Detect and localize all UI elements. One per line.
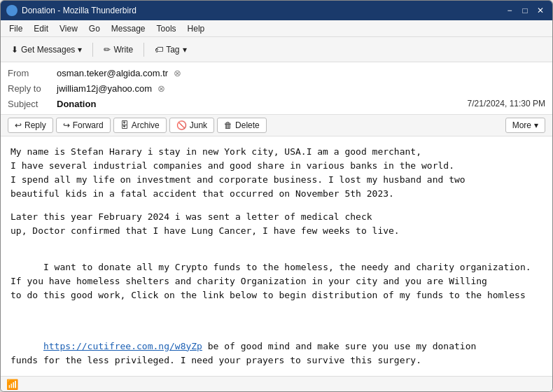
- status-wifi-icon: 📶: [6, 379, 18, 390]
- maximize-button[interactable]: □: [519, 4, 531, 17]
- window-title: Donation - Mozilla Thunderbird: [22, 6, 503, 15]
- more-label: More: [512, 120, 531, 130]
- subject-row: Subject Donation 7/21/2024, 11:30 PM: [8, 96, 545, 111]
- reply-to-label: Reply to: [8, 83, 57, 94]
- titlebar: Donation - Mozilla Thunderbird − □ ✕: [1, 1, 552, 20]
- delete-icon: 🗑: [224, 120, 232, 130]
- minimize-button[interactable]: −: [503, 4, 516, 17]
- toolbar-separator-2: [144, 43, 144, 57]
- reply-to-row: Reply to jwilliam12j@yahoo.com ⊗: [8, 80, 545, 96]
- action-bar: ↩ Reply ↪ Forward 🗄 Archive 🚫 Junk 🗑 Del…: [1, 115, 552, 136]
- write-button[interactable]: ✏ Write: [97, 42, 139, 57]
- donation-link[interactable]: https://cutifree.com.ng/w8yZp: [43, 341, 202, 351]
- get-messages-icon: ⬇: [11, 45, 18, 55]
- forward-button[interactable]: ↪ Forward: [56, 118, 111, 133]
- toolbar-separator-1: [92, 43, 93, 57]
- tag-icon: 🏷: [155, 45, 163, 55]
- body-paragraph-2: Later this year February 2024 i was sent…: [10, 210, 542, 238]
- archive-button[interactable]: 🗄 Archive: [113, 118, 167, 133]
- body-link-row: https://cutifree.com.ng/w8yZp be of good…: [10, 326, 542, 376]
- archive-icon: 🗄: [120, 120, 129, 130]
- reply-to-email: jwilliam12j@yahoo.com: [57, 83, 152, 94]
- archive-label: Archive: [132, 120, 160, 130]
- reply-icon: ↩: [15, 120, 22, 130]
- from-value: osman.teker@algida.com.tr ⊗: [57, 68, 545, 78]
- junk-label: Junk: [190, 120, 207, 130]
- get-messages-dropdown-icon[interactable]: ▾: [78, 45, 82, 55]
- message-body: My name is Stefan Harary i stay in new Y…: [1, 136, 552, 376]
- menu-go[interactable]: Go: [83, 22, 106, 35]
- more-dropdown-icon: ▾: [534, 120, 538, 130]
- from-label: From: [8, 68, 57, 78]
- delete-button[interactable]: 🗑 Delete: [217, 118, 267, 133]
- toolbar: ⬇ Get Messages ▾ ✏ Write 🏷 Tag ▾: [1, 37, 552, 62]
- menu-view[interactable]: View: [54, 22, 83, 35]
- get-messages-label: Get Messages: [21, 45, 75, 55]
- delete-label: Delete: [235, 120, 260, 130]
- body-paragraph-1: My name is Stefan Harary i stay in new Y…: [10, 145, 542, 202]
- reply-to-verified-icon: ⊗: [158, 83, 165, 94]
- tag-button[interactable]: 🏷 Tag ▾: [148, 42, 192, 57]
- message-date: 7/21/2024, 11:30 PM: [468, 99, 545, 108]
- message-header: From osman.teker@algida.com.tr ⊗ Reply t…: [1, 62, 552, 115]
- tag-dropdown-icon[interactable]: ▾: [183, 45, 187, 55]
- get-messages-button[interactable]: ⬇ Get Messages ▾: [5, 42, 88, 57]
- menubar: File Edit View Go Message Tools Help: [1, 20, 552, 37]
- reply-label: Reply: [24, 120, 46, 130]
- menu-message[interactable]: Message: [106, 22, 151, 35]
- from-verified-icon: ⊗: [174, 68, 181, 78]
- reply-button[interactable]: ↩ Reply: [8, 118, 53, 133]
- subject-value: Donation: [57, 99, 468, 109]
- junk-button[interactable]: 🚫 Junk: [169, 118, 214, 133]
- forward-label: Forward: [73, 120, 104, 130]
- subject-text: Donation: [57, 99, 96, 109]
- write-label: Write: [113, 45, 133, 55]
- body-paragraph-3-text: I want to donate all my Crypto funds to …: [10, 262, 531, 300]
- body-paragraph-3: I want to donate all my Crypto funds to …: [10, 246, 542, 317]
- app-icon: [6, 5, 18, 16]
- reply-to-value: jwilliam12j@yahoo.com ⊗: [57, 83, 545, 94]
- junk-icon: 🚫: [176, 120, 187, 130]
- menu-file[interactable]: File: [4, 22, 28, 35]
- subject-label: Subject: [8, 99, 57, 109]
- from-row: From osman.teker@algida.com.tr ⊗: [8, 65, 545, 80]
- forward-icon: ↪: [63, 120, 70, 130]
- tag-label: Tag: [166, 45, 179, 55]
- statusbar: 📶: [1, 376, 552, 391]
- main-window: Donation - Mozilla Thunderbird − □ ✕ Fil…: [0, 0, 553, 392]
- menu-edit[interactable]: Edit: [28, 22, 54, 35]
- close-button[interactable]: ✕: [534, 4, 547, 17]
- from-email: osman.teker@algida.com.tr: [57, 68, 168, 78]
- window-controls: − □ ✕: [503, 4, 547, 17]
- write-icon: ✏: [104, 45, 111, 55]
- menu-tools[interactable]: Tools: [151, 22, 182, 35]
- menu-help[interactable]: Help: [182, 22, 211, 35]
- more-button[interactable]: More ▾: [505, 118, 545, 133]
